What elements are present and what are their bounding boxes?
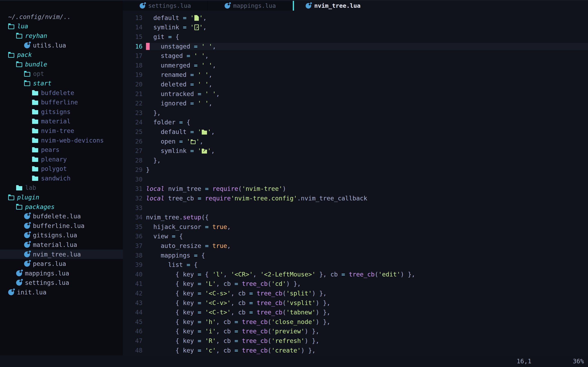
code-token: {: [146, 271, 183, 278]
code-line[interactable]: 36 view = {: [123, 232, 588, 241]
code-line[interactable]: 35 hijack_cursor = true,: [123, 222, 588, 232]
code-token: renamed: [146, 71, 190, 78]
code-token: =: [183, 14, 190, 21]
code-line[interactable]: 21 untracked = ' ',: [123, 89, 588, 99]
code-line[interactable]: 47 { key = 'R', cb = tree_cb('refresh') …: [123, 336, 588, 346]
code-text: renamed = ' ',: [146, 71, 588, 78]
code-token: ({: [201, 214, 209, 221]
code-line[interactable]: 38 mappings = {: [123, 250, 588, 260]
tree-item[interactable]: material: [0, 117, 123, 126]
tree-item[interactable]: pears: [0, 145, 123, 155]
code-line[interactable]: 42 { key = '<C-s>', cb = tree_cb('split'…: [123, 289, 588, 298]
code-token: =: [168, 33, 175, 40]
tree-item[interactable]: sandwich: [0, 174, 123, 183]
tree-item[interactable]: pack: [0, 50, 123, 59]
code-token: =: [249, 290, 257, 297]
tree-item[interactable]: plenary: [0, 155, 123, 164]
tree-item[interactable]: gitsigns: [0, 107, 123, 117]
code-line[interactable]: 14 symlink = '',: [123, 23, 588, 32]
code-line[interactable]: 15 git = {: [123, 32, 588, 42]
code-line[interactable]: 26 open = '',: [123, 137, 588, 146]
line-number: 36: [123, 233, 146, 240]
code-line[interactable]: 34nvim_tree.setup({: [123, 212, 588, 222]
code-token: default: [146, 14, 183, 21]
code-line[interactable]: 43 { key = '<C-v>', cb = tree_cb('vsplit…: [123, 298, 588, 308]
tree-item[interactable]: gitsigns.lua: [0, 231, 123, 240]
code-line[interactable]: 48 { key = 'c', cb = tree_cb('create') }…: [123, 346, 588, 355]
editor-tab[interactable]: mappings.lua: [208, 1, 293, 11]
tree-item[interactable]: utils.lua: [0, 41, 123, 50]
code-line[interactable]: 29}: [123, 165, 588, 175]
line-number: 45: [123, 318, 146, 325]
code-token: .: [179, 214, 183, 221]
code-line[interactable]: 31local nvim_tree = require('nvim-tree'): [123, 184, 588, 194]
editor-tab[interactable]: settings.lua: [123, 1, 208, 11]
code-line[interactable]: 16 unstaged = ' ',: [123, 42, 588, 51]
tree-item[interactable]: bufferline: [0, 98, 123, 107]
code-line[interactable]: 25 default = '',: [123, 127, 588, 137]
code-line[interactable]: 33: [123, 203, 588, 213]
code-line[interactable]: 17 staged = ' ',: [123, 51, 588, 60]
tree-item[interactable]: settings.lua: [0, 278, 123, 288]
tree-item-label: bufferline.lua: [33, 222, 85, 229]
code-line[interactable]: 22 ignored = ' ',: [123, 99, 588, 108]
editor-tab[interactable]: nvim_tree.lua: [293, 1, 377, 11]
tree-item[interactable]: lua: [0, 22, 123, 31]
code-token: =: [198, 280, 205, 287]
tree-item[interactable]: packages: [0, 202, 123, 212]
tree-item[interactable]: bufdelete: [0, 88, 123, 98]
line-number: 21: [123, 90, 146, 98]
code-line[interactable]: 19 renamed = ' ',: [123, 70, 588, 80]
tree-item[interactable]: material.lua: [0, 240, 123, 250]
code-token: 'l': [212, 271, 223, 278]
code-token: ,: [209, 100, 212, 107]
code-line[interactable]: 13 default = '',: [123, 13, 588, 23]
code-line[interactable]: 41 { key = 'L', cb = tree_cb('cd') },: [123, 279, 588, 289]
tree-item[interactable]: nvim-tree: [0, 126, 123, 136]
code-token: ' ': [198, 71, 209, 78]
code-token: 'i': [205, 328, 216, 335]
tree-item[interactable]: init.lua: [0, 287, 123, 297]
code-line[interactable]: 45 { key = 'h', cb = tree_cb('close_node…: [123, 317, 588, 327]
code-line[interactable]: 32local tree_cb = require'nvim-tree.conf…: [123, 193, 588, 203]
code-line[interactable]: 46 { key = 'i', cb = tree_cb('preview') …: [123, 327, 588, 336]
code-line[interactable]: 40 { key = { 'l', '<CR>', '<2-LeftMouse>…: [123, 269, 588, 279]
code-token: 'preview': [271, 328, 305, 335]
folder-closed-icon: [32, 175, 38, 181]
tree-item[interactable]: nvim_tree.lua: [0, 250, 123, 259]
tree-root-path[interactable]: ~/.config/nvim/..: [0, 12, 123, 22]
code-line[interactable]: 18 unmerged = ' ',: [123, 60, 588, 70]
tree-item[interactable]: opt: [0, 69, 123, 79]
tree-item[interactable]: pears.lua: [0, 259, 123, 268]
code-text: list = {: [146, 261, 588, 268]
code-text: { key = 'c', cb = tree_cb('create') },: [146, 347, 588, 354]
tree-item-label: sandwich: [41, 175, 71, 182]
tree-item[interactable]: nvim-web-devicons: [0, 136, 123, 145]
tree-item[interactable]: reyhan: [0, 31, 123, 41]
code-token: local: [146, 185, 168, 192]
tree-item[interactable]: lab: [0, 183, 123, 193]
code-text: },: [146, 109, 588, 117]
code-line[interactable]: 39 list = {: [123, 260, 588, 269]
code-line[interactable]: 37 auto_resize = true,: [123, 241, 588, 250]
tree-item[interactable]: bundle: [0, 59, 123, 69]
tree-item-label: packages: [25, 203, 55, 210]
line-number: 14: [123, 24, 146, 31]
code-line[interactable]: 28 },: [123, 156, 588, 165]
tree-item[interactable]: start: [0, 78, 123, 88]
code-line[interactable]: 24 folder = {: [123, 118, 588, 127]
code-line[interactable]: 30: [123, 175, 588, 184]
code-line[interactable]: 20 deleted = ' ',: [123, 80, 588, 89]
code-token: ' ': [198, 100, 209, 107]
code-line[interactable]: 23 },: [123, 108, 588, 118]
code-line[interactable]: 44 { key = '<C-t>', cb = tree_cb('tabnew…: [123, 308, 588, 317]
code-token: key: [183, 309, 198, 316]
tree-item[interactable]: bufdelete.lua: [0, 211, 123, 221]
code-line[interactable]: 27 symlink = '',: [123, 146, 588, 156]
tree-item[interactable]: plugin: [0, 192, 123, 202]
tree-item[interactable]: bufferline.lua: [0, 221, 123, 231]
tree-item[interactable]: polygot: [0, 164, 123, 174]
lua-icon: [24, 261, 30, 267]
tree-item[interactable]: mappings.lua: [0, 268, 123, 278]
window-top-edge: [0, 0, 588, 1]
